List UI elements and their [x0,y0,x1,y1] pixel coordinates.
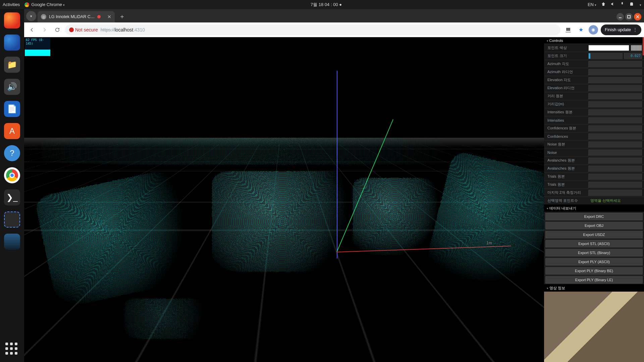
row-label: 마지막 2개 측정거리 [547,190,588,195]
window-minimize-button[interactable] [616,13,624,20]
dock-help[interactable]: ? [4,145,20,161]
recording-indicator-icon [97,15,101,18]
value-field[interactable] [588,190,642,196]
panel-scrollbar[interactable] [643,37,644,55]
folder-header-export[interactable]: 데이터 내보내기 [544,205,644,212]
row-readout: Confidences 원본 [544,124,644,132]
value-field[interactable] [588,61,642,67]
tab-strip: ▾ ◎ LG Innotek MLiDAR C… ✕ ＋ [24,9,644,22]
dock-software[interactable]: A [4,123,20,139]
export-button[interactable]: Export PLY (Binary BE) [545,267,643,275]
export-button[interactable]: Export STL (ASCII) [545,240,643,247]
row-readout: Elevation 라디언 [544,84,644,92]
system-menu[interactable] [639,2,641,7]
value-field[interactable] [588,101,642,107]
not-secure-badge[interactable]: Not secure [69,27,98,33]
row-readout: Avalanches 원본 [544,164,644,172]
row-label: 거리값(m) [547,102,588,107]
activities-button[interactable]: Activities [3,2,20,7]
folder-header-video[interactable]: 영상 정보 [544,285,644,292]
row-readout: Noise [544,148,644,156]
new-tab-button[interactable]: ＋ [117,12,127,21]
network-icon[interactable] [601,2,606,7]
row-readout: Elevation 각도 [544,76,644,84]
finish-update-button[interactable]: Finish update [601,24,641,35]
url-host: localhost [115,27,133,33]
row-label: Intensities 원본 [547,110,588,115]
value-field[interactable] [588,141,642,147]
window-close-button[interactable] [634,13,641,20]
value-field[interactable] [588,158,642,164]
value-field[interactable] [588,85,642,91]
row-label: Azimuth 각도 [547,61,588,66]
tab-close-button[interactable]: ✕ [107,14,111,19]
value-field[interactable] [588,69,642,75]
value-field[interactable] [588,125,642,131]
dock-thunderbird[interactable] [4,35,20,51]
pointcloud-region [353,178,437,255]
dock-show-apps[interactable] [5,343,19,356]
color-hash[interactable] [631,45,642,51]
folder-header-controls[interactable]: Controls [544,38,644,44]
export-button[interactable]: Export OBJ [545,222,643,229]
row-label: 포인트 크기 [547,53,588,58]
input-language[interactable]: EN [588,2,596,7]
chrome-window: ▾ ◎ LG Innotek MLiDAR C… ✕ ＋ Not secure … [24,9,644,362]
volume-icon[interactable] [610,2,615,7]
bookmark-star-icon[interactable]: ★ [576,25,586,35]
row-label: Noise 원본 [547,142,588,147]
dock-show-desktop[interactable] [4,234,20,250]
row-label: Trials 원본 [547,182,588,187]
value-field[interactable] [588,174,642,180]
window-maximize-button[interactable] [625,13,633,20]
battery-icon[interactable] [629,2,634,7]
folder-export: 데이터 내보내기 Export DRCExport OBJExport USDZ… [544,204,644,284]
toolbar: Not secure https://localhost:4310 ★ ◉ Fi… [24,22,644,37]
dock-files[interactable]: 📁 [4,57,20,73]
address-bar[interactable]: Not secure https://localhost:4310 [65,24,560,35]
viewport-3d[interactable]: 62 FPS (0-145) 1m Controls 포인트 색상 [24,37,644,362]
value-field[interactable] [588,166,642,172]
screen-share-icon[interactable] [563,25,573,35]
profile-avatar[interactable]: ◉ [589,25,598,35]
dock-rhythmbox[interactable]: 🔊 [4,79,20,95]
row-label: 포인트 색상 [547,45,588,50]
point-size-value[interactable]: 0.027 [624,53,642,59]
row-readout: Intensities [544,116,644,124]
selection-hint: 영역을 선택하세요 [588,198,642,203]
folder-video: 영상 정보 [544,284,644,362]
export-button[interactable]: Export STL (Binary) [545,249,643,256]
ubuntu-dock: 📁 🔊 📄 A ? ❯_ [0,9,24,362]
value-field[interactable] [588,182,642,188]
export-button[interactable]: Export USDZ [545,231,643,238]
tab-active[interactable]: ◎ LG Innotek MLiDAR C… ✕ [38,11,115,22]
value-field[interactable] [588,109,642,115]
export-button[interactable]: Export PLY (ASCII) [545,258,643,265]
row-last-two-distance: 마지막 2개 측정거리 [544,188,644,196]
row-label: Elevation 라디언 [547,85,588,90]
mic-icon[interactable] [620,2,625,7]
folder-controls: Controls 포인트 색상 포인트 크기 0.027 Azimuth 각도A… [544,37,644,204]
value-field[interactable] [588,133,642,139]
back-button[interactable] [27,25,37,35]
value-field[interactable] [588,93,642,99]
tab-favicon: ◎ [41,14,46,19]
focused-app-indicator[interactable]: Google Chrome [24,2,65,7]
row-readout: 거리값(m) [544,100,644,108]
tab-search-button[interactable]: ▾ [26,11,36,21]
dock-firefox[interactable] [4,12,20,28]
value-field[interactable] [588,77,642,83]
point-size-slider[interactable] [588,53,623,59]
row-label: Trials 원본 [547,174,588,179]
dock-writer[interactable]: 📄 [4,101,20,117]
clock[interactable]: 7월 18 04 : 00 ● [65,2,588,8]
export-button[interactable]: Export DRC [545,213,643,220]
dock-terminal[interactable]: ❯_ [4,189,20,205]
value-field[interactable] [588,149,642,156]
reload-button[interactable] [52,25,62,35]
dock-chrome[interactable] [4,167,20,183]
color-swatch[interactable] [588,45,629,51]
dock-screenshot[interactable] [4,212,20,228]
value-field[interactable] [588,117,642,123]
export-button[interactable]: Export PLY (Binary LE) [545,276,643,284]
